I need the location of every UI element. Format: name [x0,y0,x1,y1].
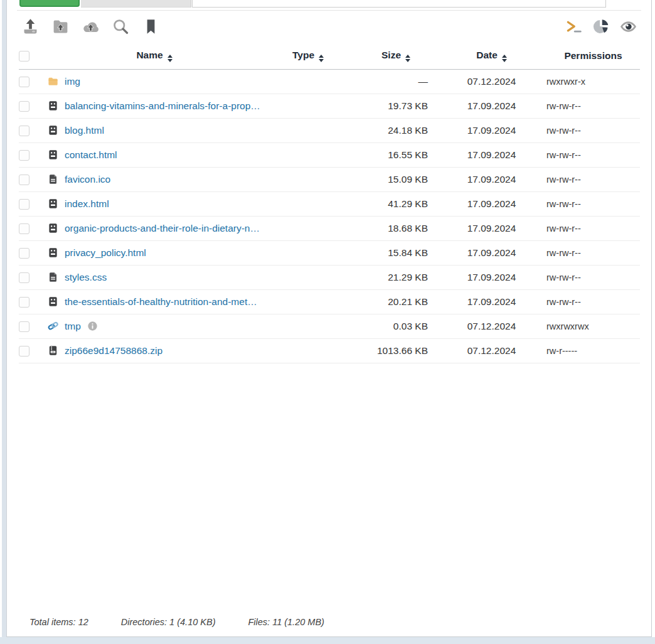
column-header-size[interactable]: Size [355,43,437,69]
file-name-link[interactable]: tmp [65,321,81,332]
table-row[interactable]: favicon.ico 15.09 KB 17.09.2024 rw-rw-r-… [19,167,640,191]
file-name-link[interactable]: privacy_policy.html [65,247,146,259]
table-row[interactable]: organic-products-and-their-role-in-dieta… [19,216,640,240]
table-row[interactable]: zip66e9d14758868.zip 1013.66 KB 07.12.20… [19,338,640,363]
table-row[interactable]: blog.html 24.18 KB 17.09.2024 rw-rw-r-- [19,118,640,142]
path-bar-fragment [192,0,606,8]
files-stat: Files: 11 (1.20 MB) [248,617,324,627]
eye-icon [619,18,637,36]
disk-usage-button[interactable] [590,16,611,38]
upload-button[interactable] [19,16,41,38]
file-permissions-cell: rw-rw-r-- [546,289,640,314]
file-date-cell: 17.09.2024 [437,118,546,142]
table-row[interactable]: index.html 41.29 KB 17.09.2024 rw-rw-r-- [19,191,640,216]
row-checkbox[interactable] [19,174,29,185]
html-file-icon [48,247,58,258]
select-all-checkbox[interactable] [19,51,29,62]
file-date-cell: 17.09.2024 [437,94,546,118]
row-checkbox[interactable] [19,248,29,259]
file-type-cell [261,191,355,216]
file-name-link[interactable]: favicon.ico [65,174,110,185]
table-row[interactable]: balancing-vitamins-and-minerals-for-a-pr… [19,94,640,118]
column-header-date[interactable]: Date [437,43,546,69]
file-size-cell: 24.18 KB [355,118,437,142]
file-name-link[interactable]: index.html [65,198,109,210]
table-row[interactable]: img — 07.12.2024 rwxrwxr-x [19,69,640,94]
file-size-cell: 16.55 KB [355,142,437,167]
generic-file-icon [48,174,58,185]
file-name-link[interactable]: zip66e9d14758868.zip [65,345,162,357]
select-all-cell [19,43,48,69]
info-icon[interactable] [87,321,98,331]
file-type-cell [261,265,355,289]
folder-upload-button[interactable] [50,16,71,38]
row-checkbox[interactable] [19,199,29,210]
table-row[interactable]: tmp 0.03 KB 07.12.2024 rwxrwxrwx [19,314,640,338]
table-row[interactable]: the-essentials-of-healthy-nutrition-and-… [19,289,640,314]
file-type-cell [261,69,355,94]
cloud-upload-button[interactable] [80,16,101,38]
column-header-permissions: Permissions [546,43,640,69]
table-row[interactable]: contact.html 16.55 KB 17.09.2024 rw-rw-r… [19,142,640,167]
file-size-cell: 15.84 KB [355,240,437,265]
row-checkbox[interactable] [19,346,29,357]
file-type-cell [261,118,355,142]
file-permissions-cell: rw-rw-r-- [546,94,640,118]
file-name-link[interactable]: img [65,76,80,87]
table-row[interactable]: styles.css 21.29 KB 17.09.2024 rw-rw-r-- [19,265,640,289]
html-file-icon [48,125,58,136]
file-date-cell: 07.12.2024 [437,338,546,363]
file-permissions-cell: rw-rw-r-- [546,118,640,142]
view-settings-button[interactable] [617,16,639,38]
file-size-cell: 0.03 KB [355,314,437,338]
terminal-icon [564,18,582,36]
inactive-tab-fragment[interactable] [81,0,191,8]
html-file-icon [48,198,58,209]
table-row[interactable]: privacy_policy.html 15.84 KB 17.09.2024 … [19,240,640,265]
row-checkbox[interactable] [19,297,29,308]
row-checkbox[interactable] [19,150,29,161]
row-checkbox[interactable] [19,223,29,234]
file-permissions-cell: rw-rw-r-- [546,216,640,240]
active-tab-fragment[interactable] [19,0,80,7]
file-permissions-cell: rw-r----- [546,338,640,363]
file-name-link[interactable]: balancing-vitamins-and-minerals-for-a-pr… [65,100,261,112]
table-header-row: Name Type Size Date Permissions [19,43,640,69]
file-permissions-cell: rwxrwxr-x [546,69,640,94]
row-checkbox[interactable] [19,272,29,283]
file-size-cell: — [355,69,437,94]
file-name-link[interactable]: blog.html [65,125,104,136]
sort-icon [502,55,507,62]
row-checkbox[interactable] [19,126,29,136]
file-table-body: img — 07.12.2024 rwxrwxr-x balancing-vit… [19,69,640,363]
empty-area [7,363,651,608]
toolbar-left-group [19,16,161,38]
window-left-edge [2,0,6,644]
row-checkbox[interactable] [19,77,29,87]
file-size-cell: 19.73 KB [355,94,437,118]
row-checkbox[interactable] [19,321,29,332]
file-type-cell [261,216,355,240]
file-name-link[interactable]: the-essentials-of-healthy-nutrition-and-… [65,296,261,308]
file-type-cell [261,142,355,167]
file-size-cell: 15.09 KB [355,167,437,191]
file-size-cell: 18.68 KB [355,216,437,240]
row-checkbox[interactable] [19,101,29,112]
file-name-link[interactable]: contact.html [65,149,117,161]
file-date-cell: 17.09.2024 [437,216,546,240]
file-permissions-cell: rw-rw-r-- [546,191,640,216]
bookmark-button[interactable] [140,16,161,38]
file-type-cell [261,289,355,314]
sort-icon [168,55,173,62]
sort-icon [405,55,410,62]
symlink-icon [48,321,58,331]
terminal-button[interactable] [562,16,583,38]
column-header-type[interactable]: Type [261,43,355,69]
column-header-name[interactable]: Name [48,43,261,69]
folder-icon [48,76,58,87]
file-name-link[interactable]: organic-products-and-their-role-in-dieta… [65,223,261,234]
file-name-link[interactable]: styles.css [65,272,107,283]
search-button[interactable] [110,16,131,38]
generic-file-icon [48,272,58,282]
total-items-stat: Total items: 12 [29,617,88,627]
